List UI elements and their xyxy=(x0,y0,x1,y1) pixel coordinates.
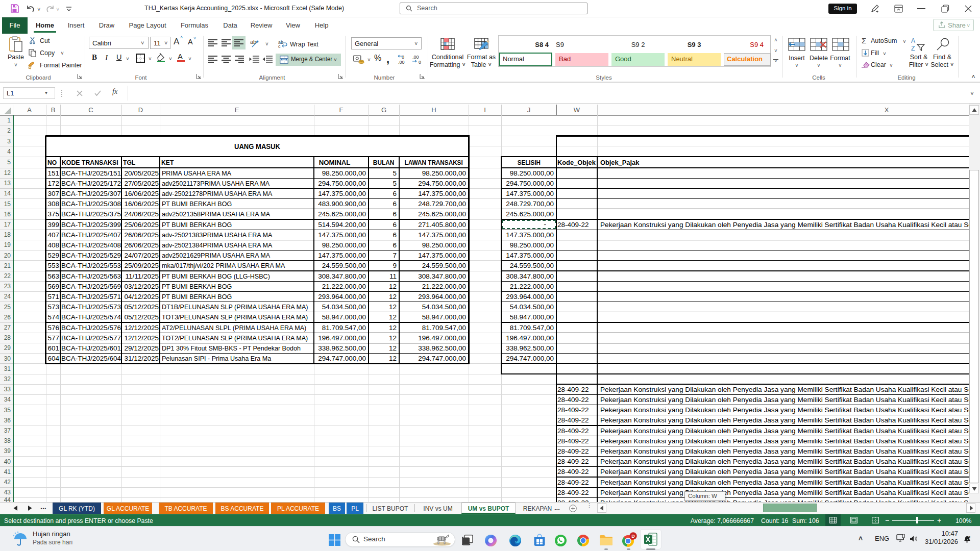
svg-text:.00: .00 xyxy=(412,55,419,60)
svg-text:Z: Z xyxy=(911,45,915,52)
svg-text:0: 0 xyxy=(419,60,421,64)
svg-text:0: 0 xyxy=(402,55,404,60)
svg-text:D: D xyxy=(631,534,635,539)
svg-text:c: c xyxy=(278,44,281,48)
svg-text:.00: .00 xyxy=(398,60,405,64)
svg-text:z: z xyxy=(967,538,968,541)
svg-text:A: A xyxy=(911,37,915,44)
svg-text:z: z xyxy=(969,535,970,538)
